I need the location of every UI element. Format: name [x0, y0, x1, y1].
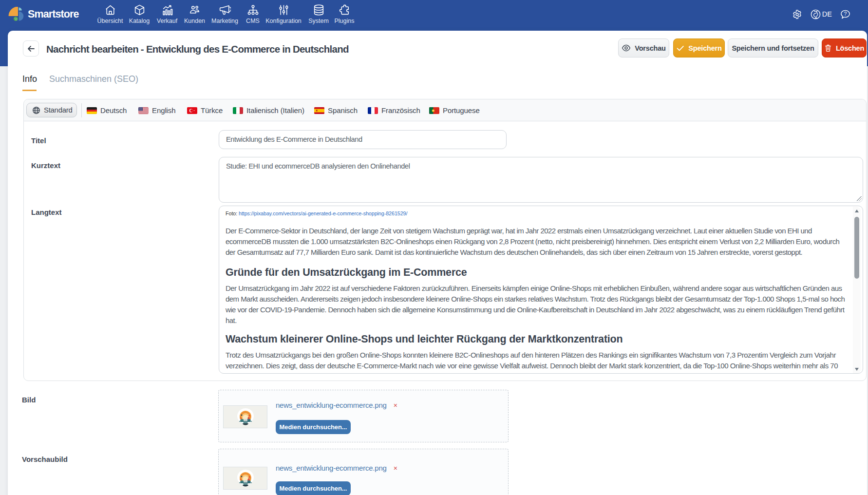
svg-text:?: ?	[844, 11, 847, 17]
